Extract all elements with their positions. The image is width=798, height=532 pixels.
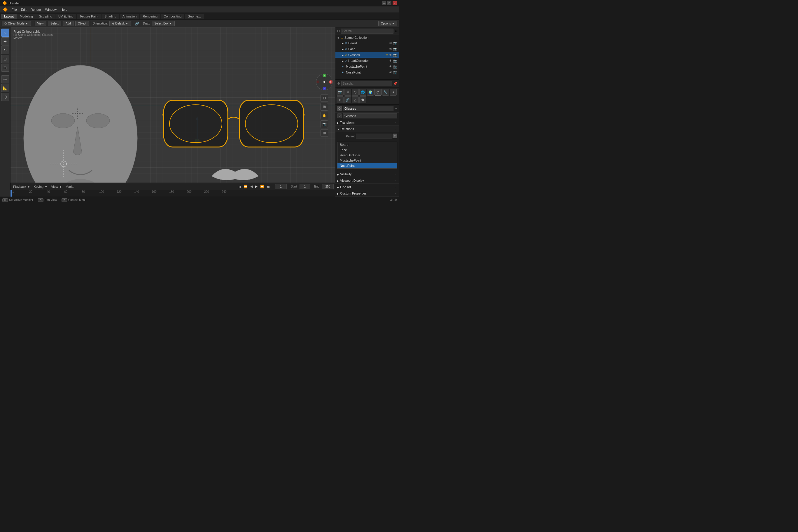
dropdown-item-mustachepoint[interactable]: MustachePoint [338,158,397,163]
parent-value[interactable] [356,134,392,139]
parent-picker-btn[interactable]: ✏ [393,134,397,138]
transform-section-header[interactable]: Transform ··· [336,119,399,126]
mustachepoint-eye-icon[interactable]: 👁 [389,65,392,69]
beard-render-icon[interactable]: 📷 [393,41,397,45]
drag-selector[interactable]: Select Box ▼ [152,21,175,26]
dropdown-item-headoccluder[interactable]: HeadOccluder [338,153,397,158]
snap-icon[interactable]: 🔗 [135,22,139,26]
obj-name-picker[interactable]: ✏ [395,107,397,111]
rotate-tool[interactable]: ↻ [1,46,10,54]
skip-end-btn[interactable]: ⏭ [266,185,271,188]
minimize-button[interactable]: — [382,1,386,5]
props-search-input[interactable] [341,81,392,86]
start-frame-input[interactable]: 1 [300,184,310,189]
outliner-item-beard[interactable]: ▽ Beard 👁 📷 [336,40,399,46]
dropdown-item-nosepoint[interactable]: NosePoint [338,163,397,168]
end-frame-input[interactable]: 250 [322,184,334,189]
face-render-icon[interactable]: 📷 [393,47,397,51]
relations-section-header[interactable]: Relations ··· [336,126,399,132]
move-tool[interactable]: ✛ [1,37,10,45]
dropdown-item-beard[interactable]: Beard [338,142,397,147]
face-eye-icon[interactable]: 👁 [389,47,392,51]
skip-start-btn[interactable]: ⏮ [237,185,242,188]
tab-animation[interactable]: Animation [119,14,140,19]
outliner-filter-icon[interactable]: ⊞ [395,29,397,33]
glasses-render-icon[interactable]: 📷 [393,53,397,57]
close-button[interactable]: ✕ [393,1,397,5]
object-name-input[interactable] [343,106,394,111]
mode-selector[interactable]: ⬡ Object Mode ▼ [2,21,31,26]
visibility-section-header[interactable]: Visibility ··· [336,171,399,177]
nosepoint-render-icon[interactable]: 📷 [393,71,397,74]
tab-rendering[interactable]: Rendering [140,14,160,19]
timeline-playback[interactable]: Playback ▼ [12,185,31,188]
constraints-props-icon[interactable]: 🔗 [344,96,351,103]
step-back-btn[interactable]: ⏪ [243,185,248,188]
outliner-item-mustachepoint[interactable]: + MustachePoint 👁 📷 [336,63,399,70]
render-props-icon[interactable]: 📷 [337,89,344,96]
outliner-item-glasses[interactable]: ▽ Glasses ✏ 👁 📷 [336,52,399,58]
nosepoint-eye-icon[interactable]: 👁 [389,71,392,74]
orientation-selector[interactable]: ⊕ Default ▼ [109,21,131,26]
headoccluder-eye-icon[interactable]: 👁 [389,59,392,63]
tab-geometry[interactable]: Geome... [185,14,204,19]
object-props-icon[interactable]: ⬡ [375,89,381,96]
glasses-eye-icon[interactable]: 👁 [389,53,392,57]
grid-btn[interactable]: ⊞ [321,129,328,137]
tab-uv-editing[interactable]: UV Editing [55,14,76,19]
view-menu[interactable]: View [35,21,46,26]
view-layer-props-icon[interactable]: ⬡ [352,89,359,96]
tab-layout[interactable]: Layout [1,14,17,19]
menu-file[interactable]: File [10,7,19,12]
play-btn[interactable]: ▶ [254,185,259,188]
particles-props-icon[interactable]: ✦ [390,89,397,96]
dropdown-item-face[interactable]: Face [338,147,397,153]
timeline-marker[interactable]: Marker [65,185,76,188]
outliner-item-nosepoint[interactable]: + NosePoint 👁 📷 [336,70,399,75]
menu-help[interactable]: Help [59,7,69,12]
modifier-props-icon[interactable]: 🔧 [382,89,389,96]
world-props-icon[interactable]: 🌍 [367,89,374,96]
tab-shading[interactable]: Shading [101,14,119,19]
tab-compositing[interactable]: Compositing [161,14,184,19]
maximize-button[interactable]: □ [387,1,392,5]
zoom-fit-btn[interactable]: ⊞ [321,103,328,111]
play-back-btn[interactable]: ◀ [249,185,253,188]
beard-eye-icon[interactable]: 👁 [389,41,392,45]
outliner-item-face[interactable]: ▽ Face 👁 📷 [336,46,399,52]
menu-edit[interactable]: Edit [19,7,28,12]
scale-tool[interactable]: ⊡ [1,55,10,63]
viewport-area[interactable]: Front Orthographic (1) Scene Collection … [11,27,336,183]
annotate-tool[interactable]: ✏ [1,75,10,83]
line-art-section-header[interactable]: Line Art ··· [336,184,399,190]
object-menu[interactable]: Object [75,21,89,26]
pan-btn[interactable]: ✋ [321,112,328,119]
camera-btn[interactable]: 📷 [321,120,328,128]
headoccluder-render-icon[interactable]: 📷 [393,59,397,63]
output-props-icon[interactable]: 🖥 [344,89,351,96]
timeline-ruler[interactable]: 1 20 40 60 80 100 120 140 160 180 200 22… [11,190,336,196]
outliner-item-headoccluder[interactable]: ▽ HeadOccluder 👁 📷 [336,58,399,63]
nav-gizmo-svg[interactable]: X Y Z [316,73,333,91]
transform-tool[interactable]: ⊞ [1,63,10,72]
material-props-icon[interactable]: ⬟ [359,96,366,103]
object-data-name-input[interactable] [343,113,397,118]
tab-sculpting[interactable]: Sculpting [36,14,55,19]
timeline-keying[interactable]: Keying ▼ [33,185,49,188]
menu-window[interactable]: Window [43,7,58,12]
physics-props-icon[interactable]: ⊛ [337,96,344,103]
zoom-perspective-btn[interactable]: ⊡ [321,94,328,102]
add-menu[interactable]: Add [63,21,74,26]
menu-render[interactable]: Render [29,7,43,12]
select-tool[interactable]: ⇖ [1,28,10,37]
custom-properties-section-header[interactable]: Custom Properties ··· [336,190,399,196]
play-forward-btn[interactable]: ⏩ [259,185,265,188]
viewport-display-section-header[interactable]: Viewport Display ··· [336,177,399,184]
scene-props-icon[interactable]: 🌐 [359,89,366,96]
outliner-search-input[interactable] [341,28,394,34]
tab-texture-paint[interactable]: Texture Paint [77,14,101,19]
mustachepoint-render-icon[interactable]: 📷 [393,65,397,69]
add-cube-tool[interactable]: ⬡ [1,93,10,101]
blender-menu-logo[interactable]: 🔶 [1,7,10,12]
select-menu[interactable]: Select [48,21,61,26]
